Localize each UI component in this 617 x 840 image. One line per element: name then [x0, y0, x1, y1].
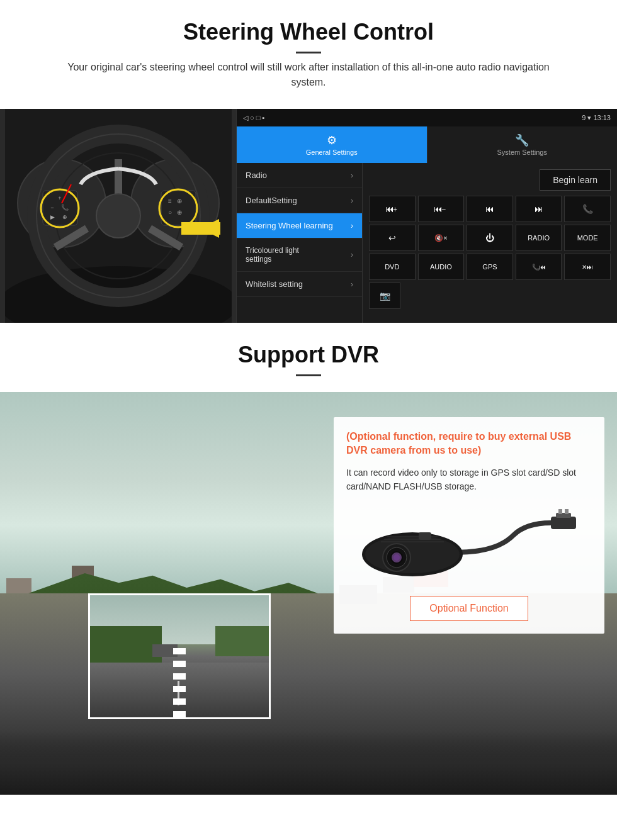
- inset-tree-right: [215, 626, 269, 657]
- svg-rect-43: [419, 532, 431, 540]
- vol-up-icon: ⏮+: [385, 203, 399, 215]
- dvr-title-area: Support DVR: [0, 323, 617, 392]
- dvr-section: Support DVR: [0, 323, 617, 795]
- android-tabs: ⚙ General Settings 🔧 System Settings: [237, 126, 617, 163]
- tab-general-label: General Settings: [306, 148, 358, 156]
- chevron-right-icon: ›: [351, 250, 353, 259]
- menu-item-tricoloured[interactable]: Tricoloured lightsettings ›: [237, 238, 362, 272]
- svg-text:○: ○: [167, 209, 171, 216]
- control-grid: ⏮+ ⏮− ⏮ ⏭ 📞 ↩: [369, 196, 611, 309]
- ctrl-gps[interactable]: GPS: [467, 254, 513, 280]
- control-row-1: ⏮+ ⏮− ⏮ ⏭ 📞: [369, 196, 611, 222]
- menu-default-label: DefaultSetting: [246, 196, 297, 205]
- svg-point-45: [393, 554, 400, 561]
- ctrl-radio[interactable]: RADIO: [516, 225, 562, 251]
- dvr-photo-area: (Optional function, require to buy exter…: [0, 392, 617, 795]
- ctrl-vol-up[interactable]: ⏮+: [369, 196, 416, 222]
- menu-steering-label: Steering Wheel learning: [246, 221, 333, 230]
- ctrl-mode[interactable]: MODE: [564, 225, 611, 251]
- android-ui-panel: ◁ ○ □ ▪ 9 ▾ 13:13 ⚙ General Settings 🔧 S…: [236, 109, 617, 323]
- dvr-camera-svg: [349, 504, 589, 586]
- svg-rect-17: [161, 191, 196, 225]
- svg-text:⊕: ⊕: [62, 214, 67, 220]
- inset-tree-left: [90, 626, 162, 663]
- svg-rect-32: [556, 513, 571, 518]
- svg-text:≡: ≡: [168, 198, 172, 204]
- android-status-bar: ◁ ○ □ ▪ 9 ▾ 13:13: [237, 109, 617, 126]
- vol-down-icon: ⏮−: [434, 203, 448, 215]
- svg-text:⊕: ⊕: [177, 209, 182, 216]
- dvr-camera-illustration: [346, 504, 592, 586]
- dvr-description: It can record video only to storage in G…: [346, 466, 592, 494]
- ctrl-mute-next[interactable]: ✕⏭: [564, 254, 611, 280]
- ctrl-phone-prev[interactable]: 📞⏮: [516, 254, 562, 280]
- ctrl-audio[interactable]: AUDIO: [418, 254, 465, 280]
- ctrl-power[interactable]: ⏻: [467, 225, 513, 251]
- system-icon: 🔧: [515, 133, 529, 147]
- svg-text:−: −: [441, 205, 446, 214]
- chevron-right-icon: ›: [351, 171, 353, 180]
- steering-wheel-svg: + − 📞 ▶ ⊕ ≡ ⊕ ○ ⊕: [5, 109, 232, 323]
- inset-lane-mark: [178, 681, 179, 705]
- control-row-3: DVD AUDIO GPS 📞⏮ ✕⏭: [369, 254, 611, 280]
- begin-learn-button[interactable]: Begin learn: [540, 169, 611, 191]
- ctrl-phone[interactable]: 📞: [564, 196, 611, 222]
- dvr-dashboard: [0, 732, 617, 795]
- tab-general-settings[interactable]: ⚙ General Settings: [237, 126, 427, 163]
- svg-point-10: [96, 194, 140, 238]
- ctrl-dvd[interactable]: DVD: [369, 254, 416, 280]
- steering-section-wrapper: Steering Wheel Control Your original car…: [0, 0, 617, 323]
- chevron-right-icon: ›: [351, 196, 353, 205]
- dvr-info-panel: (Optional function, require to buy exter…: [334, 417, 604, 634]
- ctrl-mute[interactable]: 🔇×: [418, 225, 465, 251]
- ctrl-prev[interactable]: ⏮: [467, 196, 513, 222]
- mute-icon: 🔇×: [434, 234, 447, 242]
- svg-rect-34: [565, 509, 569, 514]
- menu-radio-label: Radio: [246, 171, 267, 180]
- optional-function-button[interactable]: Optional Function: [410, 596, 528, 621]
- svg-text:−: −: [50, 204, 54, 211]
- title-divider: [296, 52, 321, 53]
- dvr-optional-note: (Optional function, require to buy exter…: [346, 430, 592, 458]
- menu-whitelist-label: Whitelist setting: [246, 279, 303, 289]
- svg-rect-31: [551, 517, 576, 529]
- svg-text:+: +: [393, 205, 397, 214]
- inset-car: [152, 644, 178, 657]
- android-content: Radio › DefaultSetting › Steering Wheel …: [237, 163, 617, 323]
- svg-text:⊕: ⊕: [177, 198, 182, 204]
- steering-demo-area: + − 📞 ▶ ⊕ ≡ ⊕ ○ ⊕: [0, 109, 617, 323]
- menu-item-whitelist[interactable]: Whitelist setting ›: [237, 272, 362, 297]
- section1-title: Steering Wheel Control: [13, 19, 604, 45]
- ctrl-vol-down[interactable]: ⏮−: [418, 196, 465, 222]
- ctrl-back[interactable]: ↩: [369, 225, 416, 251]
- svg-text:📞: 📞: [61, 203, 69, 211]
- menu-item-default-setting[interactable]: DefaultSetting ›: [237, 188, 362, 213]
- dvr-inset-photo: [88, 593, 271, 719]
- chevron-right-icon: ›: [351, 280, 353, 289]
- android-menu: Radio › DefaultSetting › Steering Wheel …: [237, 163, 363, 323]
- dvr-title-divider: [296, 374, 321, 376]
- section1-title-area: Steering Wheel Control Your original car…: [0, 0, 617, 109]
- control-row-2: ↩ 🔇× ⏻ RADIO MODE: [369, 225, 611, 251]
- menu-item-radio[interactable]: Radio ›: [237, 163, 362, 188]
- gear-icon: ⚙: [327, 133, 337, 147]
- android-right-panel: Begin learn ⏮+ ⏮− ⏮ ⏭: [363, 163, 617, 323]
- chevron-right-icon: ›: [351, 221, 353, 230]
- status-time: 9 ▾ 13:13: [582, 114, 611, 122]
- svg-text:+: +: [58, 195, 61, 201]
- svg-point-36: [365, 535, 460, 573]
- control-row-4: 📷: [369, 283, 611, 309]
- tab-system-label: System Settings: [497, 148, 547, 156]
- svg-text:▶: ▶: [50, 214, 54, 220]
- ctrl-camera[interactable]: 📷: [369, 283, 400, 309]
- menu-item-steering-wheel[interactable]: Steering Wheel learning ›: [237, 213, 362, 238]
- svg-rect-25: [181, 222, 220, 235]
- tab-system-settings[interactable]: 🔧 System Settings: [427, 126, 618, 163]
- ctrl-next[interactable]: ⏭: [516, 196, 562, 222]
- dvr-title: Support DVR: [13, 342, 604, 368]
- section1-subtitle: Your original car's steering wheel contr…: [50, 60, 567, 90]
- menu-tricoloured-label: Tricoloured lightsettings: [246, 246, 299, 264]
- steering-photo: + − 📞 ▶ ⊕ ≡ ⊕ ○ ⊕: [0, 109, 236, 323]
- inset-road-surface: [90, 663, 269, 717]
- svg-rect-33: [558, 509, 562, 514]
